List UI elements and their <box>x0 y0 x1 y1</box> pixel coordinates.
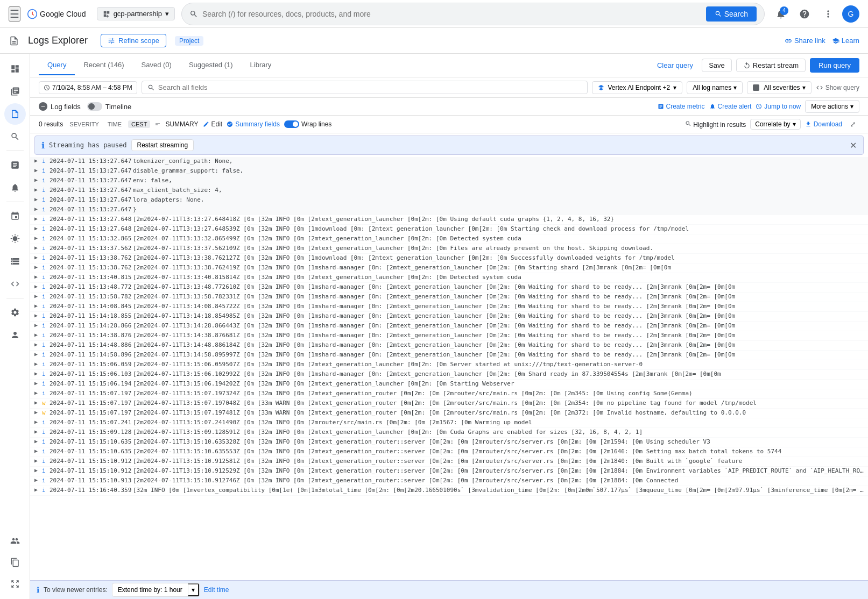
table-row[interactable]: ▶ i 2024-07-11 15:13:40.815 [2m2024-07-1… <box>30 273 868 283</box>
table-row[interactable]: ▶ i 2024-07-11 15:13:48.772 [2m2024-07-1… <box>30 283 868 293</box>
table-row[interactable]: ▶ i 2024-07-11 15:15:06.103 [2m2024-07-1… <box>30 370 868 380</box>
global-search-input[interactable] <box>202 10 702 18</box>
jump-to-now-button[interactable]: Jump to now <box>756 103 801 110</box>
sidebar-icon-search[interactable] <box>4 126 26 147</box>
severities-button[interactable]: All severities ▾ <box>747 81 811 94</box>
summary-fields-button[interactable]: Summary fields <box>227 120 280 128</box>
sidebar-icon-logs-active[interactable] <box>4 103 26 125</box>
run-query-button[interactable]: Run query <box>810 58 859 73</box>
more-actions-button[interactable]: More actions ▾ <box>805 100 859 113</box>
extend-time-button[interactable]: Extend time by: 1 hour ▾ <box>112 583 200 597</box>
sidebar-icon-alert[interactable] <box>4 177 26 198</box>
table-row[interactable]: ▶ i 2024-07-11 15:15:10.912 [2m2024-07-1… <box>30 457 868 467</box>
table-row[interactable]: ▶ i 2024-07-11 15:15:09.128 [2m2024-07-1… <box>30 428 868 438</box>
summary-column-header[interactable]: SUMMARY <box>165 120 198 128</box>
table-row[interactable]: ▶ i 2024-07-11 15:13:32.865 [2m2024-07-1… <box>30 234 868 244</box>
refine-scope-button[interactable]: Refine scope <box>101 34 166 47</box>
tab-saved[interactable]: Saved (0) <box>133 55 180 75</box>
table-row[interactable]: ▶ i 2024-07-11 15:13:27.647 lora_adapter… <box>30 196 868 205</box>
wrap-lines-button[interactable]: Wrap lines <box>284 120 331 128</box>
create-alert-button[interactable]: Create alert <box>709 103 752 110</box>
table-row[interactable]: ▶ i 2024-07-11 15:15:07.241 [2m2024-07-1… <box>30 418 868 428</box>
sidebar-icon-expand[interactable] <box>4 573 26 595</box>
table-row[interactable]: ▶ i 2024-07-11 15:15:10.913 [2m2024-07-1… <box>30 476 868 486</box>
table-row[interactable]: ▶ i 2024-07-11 15:16:40.359 [32m INFO [0… <box>30 486 868 496</box>
sidebar-icon-chart[interactable] <box>4 154 26 176</box>
table-row[interactable]: ▶ i 2024-07-11 15:15:10.635 [2m2024-07-1… <box>30 438 868 447</box>
table-row[interactable]: ▶ i 2024-07-11 15:14:58.896 [2m2024-07-1… <box>30 351 868 360</box>
table-row[interactable]: ▶ i 2024-07-11 15:13:58.782 [2m2024-07-1… <box>30 293 868 302</box>
table-row[interactable]: ▶ i 2024-07-11 15:13:37.562 [2m2024-07-1… <box>30 244 868 254</box>
user-avatar[interactable]: G <box>842 5 859 23</box>
timeline-toggle[interactable] <box>87 102 102 111</box>
table-row[interactable]: ▶ i 2024-07-11 15:13:27.647 env: false, <box>30 176 868 186</box>
table-row[interactable]: ▶ i 2024-07-11 15:14:08.845 [2m2024-07-1… <box>30 302 868 312</box>
sidebar-icon-copy[interactable] <box>4 552 26 573</box>
help-button[interactable] <box>795 4 814 24</box>
highlight-in-results-button[interactable]: Highlight in results <box>685 120 746 129</box>
extend-time-main-button[interactable]: Extend time by: 1 hour <box>112 584 188 595</box>
table-row[interactable]: ▶ i 2024-07-11 15:13:38.762 [2m2024-07-1… <box>30 254 868 263</box>
restart-streaming-button[interactable]: Restart streaming <box>131 139 194 151</box>
sidebar-icon-logs[interactable] <box>4 81 26 102</box>
table-row[interactable]: ▶ i 2024-07-11 15:15:07.197 [2m2024-07-1… <box>30 389 868 399</box>
table-row[interactable]: ▶ i 2024-07-11 15:15:10.912 [2m2024-07-1… <box>30 467 868 476</box>
sidebar-icon-storage[interactable] <box>4 251 26 272</box>
notifications-button[interactable]: 4 <box>771 4 791 24</box>
close-streaming-banner-button[interactable]: ✕ <box>850 140 857 151</box>
table-row[interactable]: ▶ i 2024-07-11 15:15:06.059 [2m2024-07-1… <box>30 360 868 370</box>
log-fields-button[interactable]: – Log fields <box>39 102 81 111</box>
tab-library[interactable]: Library <box>242 55 280 75</box>
restart-stream-button[interactable]: Restart stream <box>736 59 806 72</box>
vertex-label: Vertex AI Endpoint +2 <box>608 84 670 91</box>
sidebar-icon-people[interactable] <box>4 530 26 552</box>
hamburger-menu[interactable]: ☰ <box>9 6 20 22</box>
share-link-button[interactable]: Share link <box>785 37 825 45</box>
show-query-button[interactable]: Show query <box>816 84 859 91</box>
edit-button[interactable]: Edit <box>203 120 223 128</box>
tab-recent[interactable]: Recent (146) <box>75 55 132 75</box>
table-row[interactable]: ▶ i 2024-07-11 15:13:27.648 [2m2024-07-1… <box>30 215 868 225</box>
save-button[interactable]: Save <box>702 59 732 72</box>
tab-query[interactable]: Query <box>39 55 75 75</box>
table-row[interactable]: ▶ i 2024-07-11 15:15:10.635 [2m2024-07-1… <box>30 447 868 457</box>
sort-icon[interactable] <box>154 121 161 127</box>
correlate-button[interactable]: Correlate by ▾ <box>750 119 800 130</box>
clear-query-button[interactable]: Clear query <box>653 59 697 72</box>
table-row[interactable]: ▶ i 2024-07-11 15:14:28.866 [2m2024-07-1… <box>30 322 868 331</box>
table-row[interactable]: ▶ i 2024-07-11 15:14:38.876 [2m2024-07-1… <box>30 331 868 341</box>
learn-button[interactable]: Learn <box>832 37 859 45</box>
sidebar-icon-person[interactable] <box>4 324 26 346</box>
time-picker[interactable]: 7/10/24, 8:58 AM – 4:58 PM <box>39 81 137 94</box>
table-row[interactable]: ▶ w 2024-07-11 15:15:07.197 [2m2024-07-1… <box>30 399 868 409</box>
tab-suggested[interactable]: Suggested (1) <box>180 55 242 75</box>
table-row[interactable]: ▶ i 2024-07-11 15:13:27.648 [2m2024-07-1… <box>30 225 868 234</box>
table-row[interactable]: ▶ i 2024-07-11 15:15:06.194 [2m2024-07-1… <box>30 380 868 389</box>
sidebar-icon-settings-2[interactable] <box>4 205 26 227</box>
table-row[interactable]: ▶ i 2024-07-11 15:13:38.762 [2m2024-07-1… <box>30 263 868 273</box>
global-search-button[interactable]: Search <box>706 6 757 22</box>
edit-time-button[interactable]: Edit time <box>204 586 229 594</box>
create-metric-button[interactable]: Create metric <box>658 103 705 110</box>
download-button[interactable]: Download <box>805 120 842 128</box>
table-row[interactable]: ▶ i 2024-07-11 15:14:18.855 [2m2024-07-1… <box>30 312 868 322</box>
log-names-button[interactable]: All log names ▾ <box>687 81 743 94</box>
wrap-toggle[interactable] <box>284 120 299 128</box>
sidebar-icon-code[interactable] <box>4 273 26 295</box>
table-row[interactable]: ▶ i 2024-07-11 15:13:27.647 tokenizer_co… <box>30 157 868 167</box>
table-row[interactable]: ▶ i 2024-07-11 15:13:27.647 max_client_b… <box>30 186 868 196</box>
extend-time-chevron-button[interactable]: ▾ <box>188 583 199 596</box>
more-options-button[interactable] <box>818 4 838 24</box>
expand-results-button[interactable]: ⤢ <box>846 118 859 131</box>
table-row[interactable]: ▶ i 2024-07-11 15:13:27.647 } <box>30 205 868 215</box>
sidebar-icon-dashboard[interactable] <box>4 58 26 80</box>
table-row[interactable]: ▶ i 2024-07-11 15:14:48.886 [2m2024-07-1… <box>30 341 868 351</box>
sidebar-icon-settings[interactable] <box>4 302 26 323</box>
table-row[interactable]: ▶ w 2024-07-11 15:15:07.197 [2m2024-07-1… <box>30 409 868 418</box>
table-row[interactable]: ▶ i 2024-07-11 15:13:27.647 disable_gram… <box>30 167 868 176</box>
sidebar-icon-cloud[interactable] <box>4 228 26 249</box>
field-search-input[interactable] <box>158 83 582 91</box>
vertex-ai-button[interactable]: Vertex AI Endpoint +2 ▾ <box>592 81 682 94</box>
project-selector[interactable]: gcp-partnership ▾ <box>97 7 175 20</box>
timeline-button[interactable]: Timeline <box>87 102 132 111</box>
